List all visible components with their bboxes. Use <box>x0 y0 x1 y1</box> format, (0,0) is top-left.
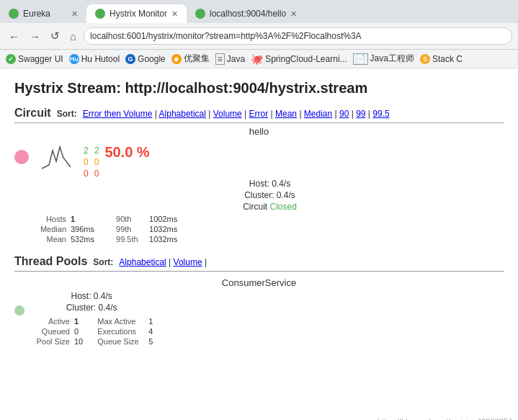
tab-hello[interactable]: localhost:9004/hello ✕ <box>187 4 305 23</box>
bookmark-youjuji[interactable]: ◆ 优聚集 <box>171 53 210 65</box>
median-label: Median <box>36 225 66 233</box>
tp-poolsize-label: Pool Size <box>30 337 70 346</box>
tp-queued: Queued 0 <box>30 327 83 336</box>
tp-queuesize-label: Queue Size <box>97 337 144 346</box>
circuit-rate-stats: Host: 0.4/s Cluster: 0.4/s Circuit Close… <box>36 179 504 243</box>
p90-label: 90th <box>116 215 145 223</box>
sort-995[interactable]: 99.5 <box>372 109 389 119</box>
metric-p99: 99th 1032ms <box>116 225 177 233</box>
browser-chrome: Eureka ✕ Hystrix Monitor ✕ localhost:900… <box>0 0 518 68</box>
bookmark-java-engineer[interactable]: 📄 Java工程师 <box>353 53 414 65</box>
sort-alphabetical[interactable]: Alphabetical <box>159 109 206 119</box>
threadpool-cluster-rate: Cluster: 0.4/s <box>66 303 117 313</box>
metric-p90: 90th 1002ms <box>116 215 177 223</box>
circuit-counts-left: 2 0 0 <box>84 146 89 179</box>
hosts-val: 1 <box>71 215 75 223</box>
tp-poolsize: Pool Size 10 <box>30 337 83 346</box>
tp-queued-label: Queued <box>30 327 70 336</box>
address-bar[interactable] <box>84 27 512 45</box>
tp-executions: Executions 4 <box>97 327 153 336</box>
tp-executions-val: 4 <box>148 327 153 336</box>
forward-button[interactable]: → <box>27 29 43 44</box>
reload-button[interactable]: ↺ <box>48 28 63 44</box>
p995-val: 1032ms <box>149 235 177 243</box>
threadpool-host-rate: Host: 0.4/s <box>71 291 112 301</box>
tab-eureka[interactable]: Eureka ✕ <box>0 4 86 23</box>
bookmark-label-youjuji: 优聚集 <box>184 53 210 65</box>
back-button[interactable]: ← <box>6 29 22 44</box>
bookmark-java[interactable]: ≡ Java <box>215 53 245 65</box>
tp-col-right: Max Active 1 Executions 4 Queue Size 5 <box>97 317 153 346</box>
tp-queuesize: Queue Size 5 <box>97 337 153 346</box>
watermark-text: https://blog.csdn.net/weixin_42068254 <box>378 417 512 420</box>
tab-close-hystrix[interactable]: ✕ <box>171 9 178 19</box>
bookmark-label-springcloud: SpringCloud-Learni... <box>265 54 347 64</box>
count-timeout-right: 0 <box>94 157 99 167</box>
tp-maxactive-val: 1 <box>148 317 153 326</box>
sort-volume[interactable]: Volume <box>213 109 242 119</box>
tab-label-hello: localhost:9004/hello <box>210 9 286 19</box>
circuit-metrics: Hosts 1 Median 396ms Mean 532ms <box>36 215 504 243</box>
bookmarks-bar: ✓ Swagger UI Hu Hu Hutool G Google ◆ 优聚集… <box>0 50 518 68</box>
threadpool-name: ConsumerService <box>222 277 296 288</box>
circuit-host-rate: Host: 0.4/s <box>249 179 290 189</box>
bookmark-icon-java-engineer: 📄 <box>353 53 368 65</box>
sort-90[interactable]: 90 <box>339 109 349 119</box>
threadpool-card: ConsumerService Host: 0.4/s Cluster: 0.4… <box>14 277 504 346</box>
count-timeout-left: 0 <box>84 157 89 167</box>
page-content: Hystrix Stream: http://localhost:9004/hy… <box>0 68 518 414</box>
tab-icon-eureka <box>9 9 19 19</box>
median-val: 396ms <box>71 225 94 233</box>
bookmark-icon-youjuji: ◆ <box>171 54 182 64</box>
bookmark-swagger[interactable]: ✓ Swagger UI <box>6 54 63 64</box>
sort-error-volume[interactable]: Error then Volume <box>83 109 153 119</box>
bookmark-google[interactable]: G Google <box>125 54 166 64</box>
tab-bar: Eureka ✕ Hystrix Monitor ✕ localhost:900… <box>0 0 518 23</box>
bookmark-icon-stack: S <box>420 54 430 64</box>
count-failure-left: 0 <box>84 169 89 179</box>
tp-sort-volume[interactable]: Volume <box>174 257 202 267</box>
tab-icon-hello <box>195 9 205 19</box>
circuit-health-circle <box>14 150 29 164</box>
circuit-sort-label: Sort: <box>57 109 77 119</box>
tp-sort-alphabetical[interactable]: Alphabetical <box>119 257 166 267</box>
sort-mean[interactable]: Mean <box>275 109 297 119</box>
bookmark-label-hutool: Hu Hutool <box>81 54 120 64</box>
tp-maxactive-label: Max Active <box>97 317 144 326</box>
home-button[interactable]: ⌂ <box>67 29 79 44</box>
tab-close-hello[interactable]: ✕ <box>290 9 297 19</box>
bookmark-springcloud[interactable]: 🐙 SpringCloud-Learni... <box>251 53 347 65</box>
metrics-left: Hosts 1 Median 396ms Mean 532ms <box>36 215 94 243</box>
circuit-sparkline <box>35 140 78 178</box>
sort-median[interactable]: Median <box>304 109 332 119</box>
threadpool-metrics: Active 1 Queued 0 Pool Size 10 <box>30 317 153 346</box>
count-success-right: 2 <box>94 146 99 156</box>
metric-median: Median 396ms <box>36 225 94 233</box>
count-failure-right: 0 <box>94 169 99 179</box>
tp-col-left: Active 1 Queued 0 Pool Size 10 <box>30 317 83 346</box>
sort-99[interactable]: 99 <box>356 109 365 119</box>
tab-hystrix[interactable]: Hystrix Monitor ✕ <box>86 4 187 23</box>
tp-poolsize-val: 10 <box>74 337 83 346</box>
tab-close-eureka[interactable]: ✕ <box>71 9 78 19</box>
bookmark-hutool[interactable]: Hu Hu Hutool <box>69 54 120 64</box>
p90-val: 1002ms <box>149 215 177 223</box>
circuit-status-value: Closed <box>270 202 297 212</box>
circuit-cluster-rate: Cluster: 0.4/s <box>244 190 295 200</box>
threadpool-section-header: Thread Pools <box>14 255 87 268</box>
sort-error[interactable]: Error <box>249 109 269 119</box>
bookmark-label-stack: Stack C <box>432 54 463 64</box>
threadpool-rates: Host: 0.4/s Cluster: 0.4/s Active 1 <box>30 291 153 346</box>
count-success-left: 2 <box>84 146 89 156</box>
threadpool-health-circle <box>14 305 24 316</box>
metrics-right: 90th 1002ms 99th 1032ms 99.5th 1032ms <box>116 215 177 243</box>
bookmark-stack[interactable]: S Stack C <box>420 54 463 64</box>
circuit-name: hello <box>249 126 269 137</box>
metric-p995: 99.5th 1032ms <box>116 235 177 243</box>
bookmark-icon-springcloud: 🐙 <box>251 53 263 65</box>
threadpool-sort-options: Alphabetical | Volume | <box>119 257 207 267</box>
tp-maxactive: Max Active 1 <box>97 317 153 326</box>
mean-label: Mean <box>36 235 66 243</box>
mean-val: 532ms <box>71 235 94 243</box>
tab-icon-hystrix <box>95 9 105 19</box>
